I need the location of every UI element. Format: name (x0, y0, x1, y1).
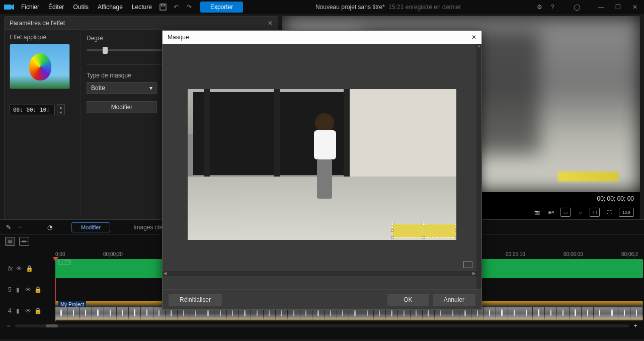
timeline-view-icon-2[interactable]: ⇥⇤ (19, 237, 29, 246)
timeline-brush-icon[interactable]: ～ (16, 224, 23, 231)
svg-rect-1 (160, 4, 166, 10)
timeline-keyframe-icon[interactable]: ◔ (46, 224, 53, 231)
fullscreen-icon[interactable]: ⛶ (605, 208, 614, 217)
menu-editer[interactable]: Éditer (44, 2, 68, 13)
dialog-vscrollbar[interactable]: ▲ (476, 44, 481, 289)
close-icon[interactable]: ✕ (629, 1, 641, 13)
ok-button[interactable]: OK (387, 294, 428, 306)
split-view-icon[interactable]: ◫ (590, 208, 600, 217)
maximize-icon[interactable]: ❐ (612, 1, 624, 13)
track-visibility-icon[interactable]: 👁 (25, 286, 32, 293)
export-button[interactable]: Exporter (200, 2, 243, 13)
ruler-mark: 00;05;10 (506, 251, 525, 257)
canvas-aspect-icon[interactable] (463, 261, 472, 268)
timeline-modify-button[interactable]: Modifier (71, 222, 110, 232)
menu-outils[interactable]: Outils (69, 2, 93, 13)
undo-icon[interactable]: ↶ (170, 1, 182, 13)
preview-timecode: 00; 00; 00; 00 (597, 195, 634, 202)
mask-dialog: Masque ✕ ▲ ◀▶ (162, 30, 482, 310)
ruler-mark: 00;06;00 (564, 251, 583, 257)
project-title: Nouveau projet sans titre* 15:21 enregis… (244, 4, 532, 11)
track-lock-icon[interactable]: 🔒 (35, 307, 42, 314)
ruler-mark: 00;06;2 (621, 251, 638, 257)
timeline-view-icon-1[interactable]: ⊞ (5, 237, 15, 246)
track-lock-icon[interactable]: 🔒 (26, 265, 33, 272)
mask-type-value: Boîte (91, 84, 105, 92)
zoom-in-icon[interactable]: + (632, 322, 639, 329)
chevron-down-icon: ▾ (149, 84, 152, 92)
ruler-mark: 00;00;20 (103, 251, 123, 257)
mask-type-select[interactable]: Boîte ▾ (87, 82, 157, 94)
help-icon[interactable]: ? (546, 1, 558, 13)
top-menubar: Fichier Éditer Outils Affichage Lecture … (0, 0, 644, 14)
modify-mask-button[interactable]: Modifier (87, 101, 157, 113)
timeline-tab-images[interactable]: Images clés (133, 224, 166, 231)
menu-affichage[interactable]: Affichage (94, 2, 127, 13)
account-icon[interactable]: ◯ (571, 1, 583, 13)
track-camera-icon[interactable]: ▮ (15, 307, 22, 314)
dialog-hscrollbar[interactable]: ◀▶ (163, 271, 476, 276)
dialog-title-text: Masque (168, 34, 189, 41)
track4-label: 4 (8, 307, 12, 314)
preview-mode-icon[interactable]: ▭ (560, 208, 571, 217)
timeline-zoom-slider[interactable] (15, 324, 629, 327)
redo-icon[interactable]: ↷ (183, 1, 195, 13)
settings-icon[interactable]: ⚙ (533, 1, 545, 13)
ruler-mark: 0;00 (55, 251, 65, 257)
track-visibility-icon[interactable]: 👁 (25, 307, 32, 314)
video-frame (188, 89, 456, 240)
mask-canvas[interactable] (188, 89, 456, 240)
app-logo (3, 2, 16, 12)
track-visibility-icon[interactable]: 👁 (16, 265, 23, 272)
saved-timestamp: 15:21 enregistré en dernier (388, 4, 461, 11)
dialog-close-icon[interactable]: ✕ (471, 34, 476, 41)
svg-rect-0 (4, 5, 11, 10)
minimize-icon[interactable]: — (595, 1, 607, 13)
menu-lecture[interactable]: Lecture (128, 2, 156, 13)
masked-region-preview (558, 172, 618, 182)
panel-title: Paramètres de l'effet (10, 20, 65, 27)
save-icon[interactable] (157, 1, 169, 13)
timeline-tool-icon[interactable]: ✎ (5, 224, 12, 231)
effect-timecode-input[interactable] (10, 105, 55, 115)
aspect-ratio-badge[interactable]: 16:9 (619, 208, 634, 217)
clip-label: Flou (58, 260, 71, 265)
zoom-icon[interactable]: ⌕ (576, 208, 585, 217)
project-title-text: Nouveau projet sans titre* (315, 4, 385, 11)
menu-fichier[interactable]: Fichier (17, 2, 43, 13)
svg-rect-2 (162, 4, 165, 6)
zoom-out-icon[interactable]: − (5, 322, 12, 329)
applied-effect-label: Effet appliqué (10, 34, 75, 41)
reset-button[interactable]: Réinitialiser (169, 294, 222, 306)
panel-close-icon[interactable]: ✕ (268, 20, 273, 27)
track-fx-label: fx (8, 265, 13, 272)
snapshot-icon[interactable]: 📷 (532, 208, 541, 217)
playback-quality-icon[interactable]: ◉▾ (546, 208, 555, 217)
track-lock-icon[interactable]: 🔒 (35, 286, 42, 293)
cancel-button[interactable]: Annuler (433, 294, 475, 306)
timecode-spinner[interactable]: ▲▼ (57, 104, 65, 115)
track5-label: 5 (8, 286, 12, 293)
mask-rectangle[interactable] (392, 224, 456, 238)
track-camera-icon[interactable]: ▮ (15, 286, 22, 293)
dancer-figure (314, 116, 335, 202)
effect-thumbnail[interactable] (10, 44, 70, 89)
